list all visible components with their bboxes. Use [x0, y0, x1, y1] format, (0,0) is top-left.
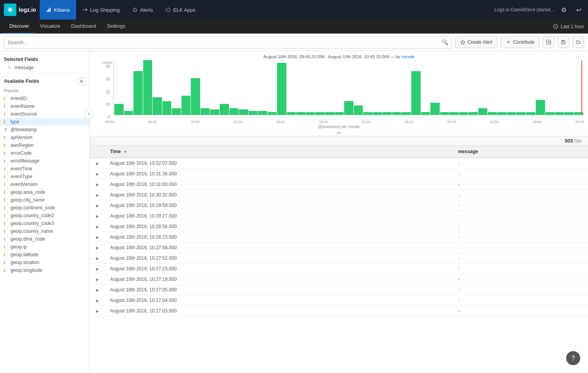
create-alert-button[interactable]: Create Alert	[455, 36, 497, 48]
expand-cell[interactable]: ▶	[90, 158, 105, 169]
sidebar-field-geoip.country_name[interactable]: tgeoip.country_name	[0, 227, 89, 235]
sidebar-field-eventTime[interactable]: teventTime	[0, 165, 89, 173]
field-icon: t	[4, 182, 9, 187]
expand-arrow[interactable]: ▶	[94, 256, 101, 261]
sidebar-field-eventType[interactable]: teventType	[0, 173, 89, 180]
expand-arrow[interactable]: ▶	[94, 246, 101, 250]
nav-item-elkapps[interactable]: ELK Apps	[159, 0, 202, 20]
sidebar-field-@timestamp[interactable]: ⏱@timestamp	[0, 126, 89, 134]
tab-discover[interactable]: Discover	[4, 20, 35, 34]
contribute-button[interactable]: Contribute	[501, 36, 540, 48]
expand-arrow[interactable]: ▶	[94, 161, 101, 166]
field-label: eventVersion	[11, 182, 37, 187]
expand-cell[interactable]: ▶	[90, 200, 105, 211]
nav-item-alerts[interactable]: Alerts	[126, 0, 159, 20]
svg-rect-2	[48, 9, 50, 12]
expand-cell[interactable]: ▶	[90, 221, 105, 232]
sidebar-field-errorCode[interactable]: terrorCode	[0, 149, 89, 157]
expand-cell[interactable]: ▶	[90, 253, 105, 264]
chart-bar	[315, 112, 325, 115]
open-icon-button[interactable]	[572, 36, 584, 48]
expand-arrow[interactable]: ▶	[94, 277, 101, 282]
expand-arrow[interactable]: ▶	[94, 203, 101, 208]
sidebar-field-geoip.city_name[interactable]: tgeoip.city_name	[0, 196, 89, 204]
sidebar-field-geoip.longitude[interactable]: tgeoip.longitude	[0, 266, 89, 274]
expand-arrow[interactable]: ▶	[94, 214, 101, 218]
sidebar-collapse-button[interactable]: ‹	[85, 109, 93, 118]
expand-cell[interactable]: ▶	[90, 169, 105, 179]
sidebar-field-geoip.ip[interactable]: tgeoip.ip	[0, 243, 89, 251]
expand-arrow[interactable]: ▶	[94, 235, 101, 239]
field-label: awsRegion	[11, 143, 34, 148]
sidebar-field-geoip.country_code3[interactable]: tgeoip.country_code3	[0, 220, 89, 227]
search-input[interactable]	[7, 39, 442, 45]
chart-bar	[239, 109, 248, 115]
tab-visualize[interactable]: Visualize	[35, 20, 66, 34]
settings-icon[interactable]: ⚙	[558, 4, 569, 15]
share-icon-button[interactable]	[543, 36, 554, 48]
tab-settings[interactable]: Settings	[101, 20, 131, 34]
by-minute-link[interactable]: by minute	[396, 54, 414, 59]
sidebar-field-geoip.area_code[interactable]: tgeoip.area_code	[0, 188, 89, 196]
sort-icon: ▼	[123, 150, 127, 154]
tab-dashboard[interactable]: Dashboard	[66, 20, 101, 34]
time-cell: August 10th 2016, 10:29:59.000	[105, 200, 453, 211]
main-content: ‹ Selected Fields t message Available Fi…	[0, 51, 588, 373]
save-icon-button[interactable]	[558, 36, 569, 48]
expand-cell[interactable]: ▶	[90, 274, 105, 285]
sidebar-field-eventName[interactable]: teventName	[0, 102, 89, 110]
logout-icon[interactable]: ↩	[573, 4, 584, 15]
expand-arrow[interactable]: ▶	[94, 182, 101, 187]
search-button[interactable]: 🔍	[442, 39, 448, 45]
sidebar-field-apiVersion[interactable]: tapiVersion	[0, 134, 89, 141]
search-input-wrapper[interactable]: 🔍	[4, 36, 452, 48]
field-label: geoip.country_code3	[11, 221, 54, 226]
help-button[interactable]: ?	[566, 351, 580, 365]
expand-arrow[interactable]: ▶	[94, 172, 101, 176]
expand-cell[interactable]: ▶	[90, 295, 105, 306]
available-fields-gear[interactable]: ⚙	[78, 77, 85, 85]
field-label: eventTime	[11, 166, 32, 171]
sidebar-field-geoip.latitude[interactable]: tgeoip.latitude	[0, 251, 89, 259]
expand-cell[interactable]: ▶	[90, 211, 105, 221]
expand-cell[interactable]: ▶	[90, 243, 105, 253]
chart-date-range: August 10th 2016, 09:45:20.098 - August …	[263, 54, 396, 59]
time-col-header[interactable]: Time ▼	[105, 146, 453, 158]
table-row: ▶ August 10th 2016, 10:27:05.000 -	[90, 285, 588, 295]
expand-cell[interactable]: ▶	[90, 190, 105, 200]
expand-arrow[interactable]: ▶	[94, 225, 101, 229]
chart-bar	[565, 112, 574, 115]
chart-collapse-button[interactable]	[94, 130, 584, 136]
expand-cell[interactable]: ▶	[90, 179, 105, 190]
chart-bar	[306, 112, 315, 115]
sidebar-field-awsRegion[interactable]: tawsRegion	[0, 141, 89, 149]
nav-item-logshipping[interactable]: Log Shipping	[76, 0, 126, 20]
sidebar-field-eventVersion[interactable]: teventVersion	[0, 180, 89, 188]
sidebar-field-geoip.location[interactable]: tgeoip.location	[0, 259, 89, 266]
hits-count: 303	[565, 138, 573, 144]
expand-arrow[interactable]: ▶	[94, 298, 101, 303]
expand-cell[interactable]: ▶	[90, 285, 105, 295]
results-header: 303 hits	[90, 136, 588, 146]
sidebar-field-errorMessage[interactable]: terrorMessage	[0, 157, 89, 165]
nav-item-kibana[interactable]: Kibana	[40, 0, 76, 20]
sidebar-field-geoip.dma_code[interactable]: tgeoip.dma_code	[0, 235, 89, 243]
time-filter[interactable]: Last 1 hour	[553, 24, 584, 29]
expand-arrow[interactable]: ▶	[94, 288, 101, 292]
sidebar-field-geoip.country_code2[interactable]: tgeoip.country_code2	[0, 212, 89, 220]
logo-area[interactable]: logz.io	[4, 4, 36, 16]
expand-arrow[interactable]: ▶	[94, 267, 101, 271]
selected-field-message[interactable]: t message	[0, 64, 89, 71]
chart-bar	[201, 108, 210, 115]
expand-cell[interactable]: ▶	[90, 264, 105, 274]
expand-arrow[interactable]: ▶	[94, 309, 101, 313]
expand-cell[interactable]: ▶	[90, 232, 105, 243]
expand-arrow[interactable]: ▶	[94, 193, 101, 197]
chart-bar	[162, 101, 172, 115]
sidebar-field-geoip.continent_code[interactable]: tgeoip.continent_code	[0, 204, 89, 212]
expand-cell[interactable]: ▶	[90, 306, 105, 316]
sidebar-field-eventID[interactable]: teventID	[0, 95, 89, 102]
chart-bar	[421, 112, 430, 115]
sidebar-field-eventSource[interactable]: teventSource	[0, 110, 89, 118]
sidebar-field-type[interactable]: ttype	[0, 118, 89, 126]
